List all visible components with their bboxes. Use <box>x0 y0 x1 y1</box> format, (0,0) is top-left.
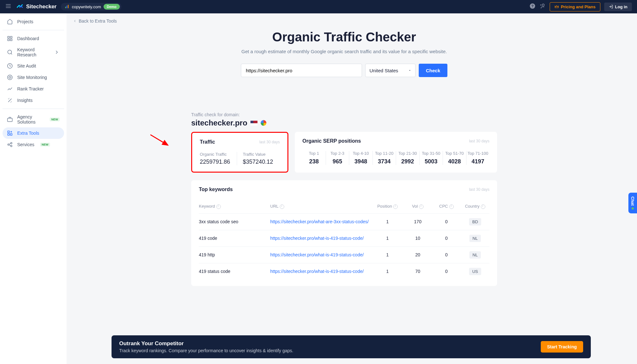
svg-point-16 <box>8 50 11 54</box>
chart-icon <box>65 4 69 9</box>
serp-col: Top 11-203734 <box>373 151 396 165</box>
menu-icon[interactable] <box>5 3 11 11</box>
kw-cell-cpc: 0 <box>432 252 461 257</box>
svg-rect-13 <box>11 36 12 38</box>
page-subtitle: Get a rough estimate of monthly Google o… <box>70 49 618 54</box>
nav-projects[interactable]: Projects <box>3 16 64 27</box>
chat-widget[interactable]: Chat <box>628 192 637 213</box>
crown-icon <box>554 4 559 9</box>
trend-icon <box>7 86 13 92</box>
login-button[interactable]: Log in <box>604 3 632 11</box>
svg-line-30 <box>9 144 11 144</box>
kw-cell-url-link[interactable]: https://sitechecker.pro/what-are-3xx-sta… <box>270 219 369 224</box>
page-title: Organic Traffic Checker <box>70 30 618 44</box>
kw-cell-url-link[interactable]: https://sitechecker.pro/what-is-419-stat… <box>270 236 364 241</box>
login-label: Log in <box>615 4 627 9</box>
banner-cta-button[interactable]: Start Tracking <box>541 341 583 353</box>
serp-col-value: 4197 <box>467 158 490 165</box>
banner-title: Outrank Your Competitor <box>119 340 293 347</box>
info-icon[interactable] <box>449 204 454 209</box>
svg-point-28 <box>11 142 12 144</box>
serp-col-label: Top 11-20 <box>373 151 396 156</box>
serp-card: Organic SERP positions last 30 days Top … <box>295 132 497 173</box>
nav-site-monitoring[interactable]: Site Monitoring <box>3 72 64 83</box>
domain-name-row: sitechecker.pro <box>191 118 497 127</box>
nav-rank-tracker[interactable]: Rank Tracker <box>3 83 64 95</box>
traffic-value-value: $357240.12 <box>243 159 280 165</box>
traffic-card-title: Traffic <box>200 139 215 145</box>
url-input[interactable] <box>241 64 362 77</box>
kw-cell-position: 1 <box>372 252 403 257</box>
domain-selector[interactable]: copywritely.com Demo <box>61 3 121 11</box>
kw-cell-cpc: 0 <box>432 219 461 224</box>
nav-agency[interactable]: Agency Solutions NEW <box>3 111 64 127</box>
back-link[interactable]: Back to Extra Tools <box>73 18 117 24</box>
country-value: United States <box>369 68 398 73</box>
add-user-icon[interactable] <box>539 3 546 11</box>
svg-rect-3 <box>65 7 66 8</box>
kw-cell-vol: 10 <box>403 236 432 241</box>
svg-point-8 <box>542 4 544 6</box>
nav-services[interactable]: Services NEW <box>3 139 64 150</box>
table-row: 419 codehttps://sitechecker.pro/what-is-… <box>199 230 489 246</box>
serp-card-title: Organic SERP positions <box>302 138 361 144</box>
kw-cell-url-link[interactable]: https://sitechecker.pro/what-is-419-stat… <box>270 269 364 274</box>
hero-section: Organic Traffic Checker Get a rough esti… <box>70 30 618 77</box>
nav-site-audit[interactable]: Site Audit <box>3 60 64 72</box>
nav-insights[interactable]: Insights <box>3 95 64 106</box>
svg-rect-5 <box>68 5 69 8</box>
nav-separator <box>3 30 64 30</box>
svg-line-31 <box>9 145 11 146</box>
new-badge: NEW <box>50 118 60 121</box>
info-icon[interactable] <box>216 204 221 209</box>
nav-keyword-research[interactable]: Keyword Research <box>3 44 64 60</box>
new-badge: NEW <box>40 143 50 146</box>
domain-label: Traffic check for domain: <box>191 112 497 117</box>
check-button[interactable]: Check <box>419 64 447 77</box>
app-logo[interactable]: Sitechecker <box>16 3 56 11</box>
country-select[interactable]: United States <box>365 64 416 77</box>
organic-traffic-stat: Organic Traffic 2259791.86 <box>200 152 237 165</box>
keywords-table: Keyword URL Position Vol CPC Country 3xx… <box>199 199 489 280</box>
table-row: 419 status codehttps://sitechecker.pro/w… <box>199 263 489 280</box>
help-icon[interactable]: ? <box>529 3 536 11</box>
svg-line-17 <box>11 53 12 54</box>
kw-cell-position: 1 <box>372 219 403 224</box>
us-flag-icon <box>250 121 257 125</box>
info-icon[interactable] <box>280 204 284 209</box>
wand-icon <box>7 97 13 103</box>
kw-cell-url-link[interactable]: https://sitechecker.pro/what-is-419-stat… <box>270 252 364 257</box>
domain-chip-text: copywritely.com <box>72 4 101 9</box>
serp-col: Top 1238 <box>302 151 326 165</box>
table-row: 419 httphttps://sitechecker.pro/what-is-… <box>199 246 489 263</box>
info-icon[interactable] <box>481 204 485 209</box>
info-icon[interactable] <box>419 204 423 209</box>
dashboard-icon <box>7 36 13 41</box>
col-position: Position <box>377 204 392 209</box>
serp-card-period: last 30 days <box>469 139 489 143</box>
pricing-button[interactable]: Pricing and Plans <box>550 2 600 11</box>
nav-dashboard[interactable]: Dashboard <box>3 33 64 44</box>
kw-cell-country: BD <box>469 218 481 225</box>
info-icon[interactable] <box>393 204 398 209</box>
serp-col: Top 4-103948 <box>349 151 373 165</box>
svg-rect-23 <box>8 134 9 135</box>
caret-down-icon <box>408 69 411 72</box>
main-content: Back to Extra Tools Organic Traffic Chec… <box>67 13 637 364</box>
logo-mark-icon <box>16 3 24 11</box>
serp-col-value: 5003 <box>420 158 443 165</box>
svg-line-32 <box>150 135 168 145</box>
serp-col-value: 4028 <box>443 158 466 165</box>
kw-cell-cpc: 0 <box>432 269 461 274</box>
svg-rect-4 <box>67 6 67 8</box>
nav-extra-tools[interactable]: Extra Tools <box>3 127 64 139</box>
demo-badge: Demo <box>104 4 120 10</box>
organic-traffic-label: Organic Traffic <box>200 152 237 157</box>
kw-card-title: Top keywords <box>199 187 233 192</box>
kw-cell-keyword: 419 http <box>199 252 270 257</box>
kw-cell-country: NL <box>469 251 481 259</box>
stats-row: Traffic last 30 days Organic Traffic 225… <box>191 132 497 173</box>
serp-col-value: 3948 <box>349 158 373 165</box>
monitor-icon <box>7 75 13 80</box>
organic-traffic-value: 2259791.86 <box>200 159 237 165</box>
